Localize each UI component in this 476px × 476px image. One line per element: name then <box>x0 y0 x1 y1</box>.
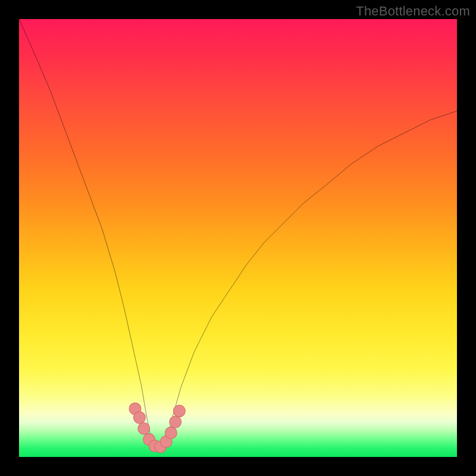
threshold-markers <box>129 403 185 453</box>
watermark-text: TheBottleneck.com <box>356 4 470 19</box>
plot-area <box>19 19 457 457</box>
chart-frame: TheBottleneck.com <box>0 0 476 476</box>
threshold-dot <box>138 422 150 434</box>
threshold-dot <box>133 412 145 424</box>
threshold-dot <box>173 405 185 417</box>
threshold-dot <box>165 427 177 439</box>
threshold-dot <box>170 416 181 428</box>
bottleneck-curve <box>19 19 457 453</box>
curve-layer <box>19 19 457 457</box>
